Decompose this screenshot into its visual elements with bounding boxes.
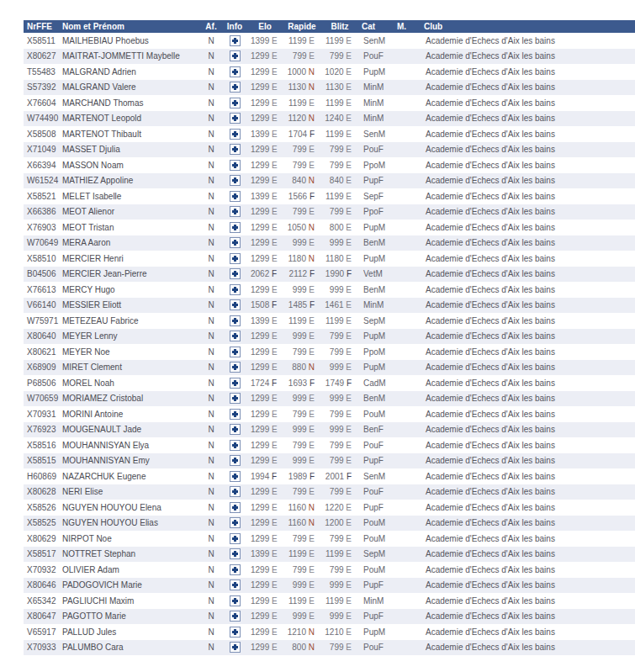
cell-m — [394, 188, 421, 204]
info-plus-icon[interactable] — [230, 175, 241, 186]
cell-af: N — [200, 329, 222, 345]
cell-club: Academie d'Echecs d'Aix les bains — [421, 516, 635, 532]
info-plus-icon[interactable] — [230, 533, 241, 544]
rating-type-F: F — [272, 269, 277, 278]
info-plus-icon[interactable] — [230, 222, 241, 233]
info-plus-icon[interactable] — [230, 579, 241, 590]
cell-af: N — [200, 640, 222, 656]
rating-value: 799 — [330, 456, 346, 465]
rating-value: 999 — [293, 425, 309, 434]
info-plus-icon[interactable] — [230, 409, 241, 420]
cell-rapide: 799 E — [283, 484, 321, 500]
info-plus-icon[interactable] — [230, 440, 241, 451]
rating-value: 1299 — [251, 285, 272, 294]
cell-cat: MinM — [358, 80, 394, 96]
info-plus-icon[interactable] — [230, 66, 241, 77]
info-plus-icon[interactable] — [230, 191, 241, 202]
rating-type-E: E — [346, 51, 352, 61]
info-plus-icon[interactable] — [230, 160, 241, 171]
rating-type-E: E — [272, 161, 278, 170]
rating-value: 1299 — [251, 67, 272, 77]
info-plus-icon[interactable] — [230, 424, 241, 435]
cell-info — [222, 188, 247, 204]
column-header-rapide: Rapide — [283, 20, 321, 33]
rating-value: 799 — [293, 441, 309, 450]
info-plus-icon[interactable] — [230, 611, 241, 622]
rating-type-E: E — [346, 223, 352, 232]
cell-blitz: 799 E — [321, 344, 358, 360]
rating-value: 1693 — [288, 378, 310, 388]
info-plus-icon[interactable] — [230, 564, 241, 575]
info-plus-icon[interactable] — [230, 82, 241, 93]
info-plus-icon[interactable] — [230, 35, 241, 46]
info-plus-icon[interactable] — [230, 331, 241, 341]
rating-type-E: E — [272, 596, 278, 606]
cell-elo: 1299 E — [247, 531, 283, 547]
info-plus-icon[interactable] — [230, 362, 241, 373]
rating-value: 1399 — [251, 192, 272, 201]
rating-type-E: E — [346, 534, 352, 543]
cell-info — [222, 267, 247, 283]
info-plus-icon[interactable] — [230, 284, 241, 295]
cell-blitz: 1199 E — [321, 33, 358, 49]
info-plus-icon[interactable] — [230, 237, 241, 248]
cell-cat: SepF — [358, 188, 394, 204]
cell-rapide: 999 E — [283, 235, 321, 251]
rating-value: 1299 — [251, 114, 272, 123]
cell-af: N — [200, 344, 222, 360]
info-plus-icon[interactable] — [230, 393, 241, 404]
cell-blitz: 1461 E — [321, 298, 358, 314]
cell-club: Academie d'Echecs d'Aix les bains — [421, 313, 635, 329]
cell-rapide: 840 N — [283, 173, 321, 189]
info-plus-icon[interactable] — [230, 455, 241, 466]
cell-club: Academie d'Echecs d'Aix les bains — [421, 220, 635, 235]
rating-type-E: E — [309, 207, 315, 216]
cell-rapide: 1199 E — [283, 313, 321, 329]
cell-info — [222, 406, 247, 422]
cell-info — [222, 500, 247, 516]
cell-blitz: 999 E — [321, 578, 358, 594]
info-plus-icon[interactable] — [230, 595, 241, 606]
cell-m — [394, 468, 421, 484]
cell-blitz: 799 E — [321, 562, 358, 578]
info-plus-icon[interactable] — [230, 347, 241, 357]
info-plus-icon[interactable] — [230, 129, 241, 140]
info-plus-icon[interactable] — [230, 315, 241, 326]
cell-m — [394, 220, 421, 235]
info-plus-icon[interactable] — [230, 206, 241, 217]
info-plus-icon[interactable] — [230, 253, 241, 264]
rating-value: 2001 — [325, 472, 347, 481]
cell-info — [222, 484, 247, 500]
info-plus-icon[interactable] — [230, 144, 241, 155]
cell-info — [222, 95, 247, 111]
info-plus-icon[interactable] — [230, 627, 241, 638]
info-plus-icon[interactable] — [230, 471, 241, 482]
rating-value: 1299 — [251, 441, 272, 450]
info-plus-icon[interactable] — [230, 299, 241, 310]
cell-rapide: 1120 N — [283, 111, 321, 127]
info-plus-icon[interactable] — [230, 98, 241, 108]
info-plus-icon[interactable] — [230, 113, 241, 124]
info-plus-icon[interactable] — [230, 50, 241, 61]
cell-blitz: 999 E — [321, 282, 358, 298]
cell-rapide: 1130 N — [283, 80, 321, 96]
cell-info — [222, 235, 247, 251]
cell-rapide: 1693 F — [283, 375, 321, 391]
table-body: X58511MAILHEBIAU PhoebusN1399 E1199 E119… — [24, 33, 635, 655]
info-plus-icon[interactable] — [230, 378, 241, 389]
rating-type-E: E — [272, 238, 278, 247]
info-plus-icon[interactable] — [230, 502, 241, 513]
rating-value: 1704 — [288, 130, 310, 139]
info-plus-icon[interactable] — [230, 642, 241, 653]
info-plus-icon[interactable] — [230, 548, 241, 559]
info-plus-icon[interactable] — [230, 517, 241, 528]
rating-value: 799 — [330, 347, 346, 357]
info-plus-icon[interactable] — [230, 486, 241, 497]
table-row: W75971METEZEAU FabriceN1399 E1199 E1199 … — [24, 313, 635, 329]
info-plus-icon[interactable] — [230, 268, 241, 279]
cell-rapide: 1160 N — [283, 516, 321, 532]
cell-elo: 1299 E — [247, 204, 283, 220]
rating-value: 999 — [293, 238, 309, 247]
rating-value: 1299 — [251, 145, 272, 154]
cell-elo: 1299 E — [247, 500, 283, 516]
